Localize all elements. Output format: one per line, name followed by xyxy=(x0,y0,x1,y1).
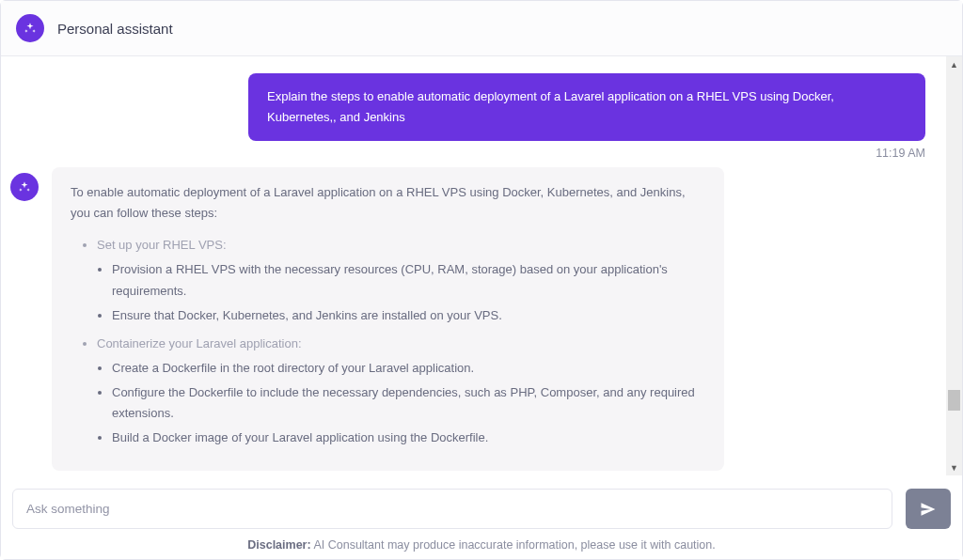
list-item: Ensure that Docker, Kubernetes, and Jenk… xyxy=(112,305,705,326)
list-item: Build a Docker image of your Laravel app… xyxy=(112,428,705,448)
sparkles-icon xyxy=(18,180,31,194)
disclaimer-text: Disclaimer: AI Consultant may produce in… xyxy=(12,538,951,553)
vertical-scrollbar[interactable]: ▲ ▼ xyxy=(946,56,962,475)
messages-scroll-area: Explain the steps to enable automatic de… xyxy=(1,56,962,475)
assistant-message-bubble: To enable automatic deployment of a Lara… xyxy=(52,167,724,471)
send-icon xyxy=(919,500,938,519)
header: Personal assistant xyxy=(1,1,962,56)
scroll-up-arrow-icon[interactable]: ▲ xyxy=(946,56,962,72)
page-title: Personal assistant xyxy=(57,21,173,37)
message-input[interactable] xyxy=(12,489,892,529)
chat-app: Personal assistant Explain the steps to … xyxy=(0,0,963,560)
assistant-avatar xyxy=(10,173,39,201)
disclaimer-body: AI Consultant may produce inaccurate inf… xyxy=(311,538,716,552)
list-item: Create a Dockerfile in the root director… xyxy=(112,358,705,379)
substeps-list: Provision a RHEL VPS with the necessary … xyxy=(97,259,705,325)
scroll-down-arrow-icon[interactable]: ▼ xyxy=(946,459,962,475)
disclaimer-label: Disclaimer: xyxy=(247,538,310,552)
assistant-message-row: To enable automatic deployment of a Lara… xyxy=(1,167,946,471)
scroll-thumb[interactable] xyxy=(948,390,960,411)
sparkles-icon xyxy=(24,22,37,35)
list-item: Provision a RHEL VPS with the necessary … xyxy=(112,259,705,301)
assistant-intro-text: To enable automatic deployment of a Lara… xyxy=(71,182,705,224)
step-title: Containerize your Laravel application: xyxy=(97,334,705,354)
steps-list: Set up your RHEL VPS: Provision a RHEL V… xyxy=(71,235,705,448)
step-title: Set up your RHEL VPS: xyxy=(97,235,705,256)
list-item: Configure the Dockerfile to include the … xyxy=(112,382,705,424)
composer-footer: Disclaimer: AI Consultant may produce in… xyxy=(1,475,962,559)
assistant-avatar-icon xyxy=(16,14,44,42)
substeps-list: Create a Dockerfile in the root director… xyxy=(97,358,705,448)
message-timestamp: 11:19 AM xyxy=(1,141,946,167)
user-message-bubble: Explain the steps to enable automatic de… xyxy=(248,73,925,141)
composer-row xyxy=(12,489,951,529)
send-button[interactable] xyxy=(906,489,951,529)
user-message-row: Explain the steps to enable automatic de… xyxy=(1,56,946,141)
messages-content: Explain the steps to enable automatic de… xyxy=(1,56,946,475)
scroll-track[interactable] xyxy=(946,72,962,459)
